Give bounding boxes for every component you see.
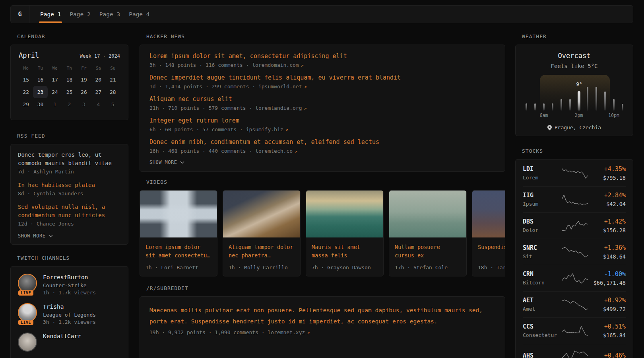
video-card-body: Lorem ipsum dolor sit amet consectetu…1h… xyxy=(140,237,217,276)
video-title-link[interactable]: Aliquam tempor dolor nec pharetra… xyxy=(229,243,295,260)
hackernews-item-link[interactable]: Donec enim nibh, condimentum et accumsan… xyxy=(149,138,495,146)
calendar-day: 28 xyxy=(106,86,120,98)
stock-ticker: LDI xyxy=(523,165,561,173)
external-link-icon: ↗ xyxy=(301,62,304,68)
weather-feels-like: Feels like 5°C xyxy=(516,63,633,69)
tab-page-3[interactable]: Page 3 xyxy=(99,6,120,23)
rss-item-link[interactable]: Donec tempor eros leo, ut commodo mauris… xyxy=(18,151,121,167)
rss-show-more-button[interactable]: SHOW MORE xyxy=(18,233,121,239)
video-card[interactable]: Mauris sit amet massa felis7h · Grayson … xyxy=(306,190,384,276)
subreddit-post-meta-text: 19h · 9,932 points · 1,090 comments · lo… xyxy=(149,329,305,335)
stocks-section-label: STOCKS xyxy=(522,148,633,154)
video-meta: 18h · Tara xyxy=(478,265,505,270)
stock-row[interactable]: IIGIpsum+2.84%$42.04 xyxy=(523,187,626,213)
subreddit-section-label: /R/SUBREDDIT xyxy=(146,285,505,291)
video-card[interactable]: Nullam posuere cursus ex17h · Stefan Col… xyxy=(389,190,467,276)
stock-name: Ipsum xyxy=(523,201,561,207)
video-title-link[interactable]: Lorem ipsum dolor sit amet consectetu… xyxy=(145,243,211,260)
weather-condition: Overcast xyxy=(516,51,633,60)
stock-price: $499.72 xyxy=(589,306,626,312)
hackernews-item: Donec imperdiet augue tincidunt felis al… xyxy=(149,74,495,90)
stock-id: CRNBitcorn xyxy=(523,270,561,286)
stock-values: -1.00%$66,171.48 xyxy=(589,270,626,286)
stock-row[interactable]: AHS+0.46% xyxy=(523,344,626,358)
twitch-section-label: TWITCH CHANNELS xyxy=(17,255,128,261)
stock-change-percent: -1.00% xyxy=(589,270,626,278)
subreddit-post-link[interactable]: Maecenas mollis pulvinar erat non posuer… xyxy=(149,305,495,327)
stock-row[interactable]: LDILorem+4.35%$795.18 xyxy=(523,160,626,187)
stock-row[interactable]: SNRCSit+1.36%$148.64 xyxy=(523,239,626,265)
tab-page-4[interactable]: Page 4 xyxy=(129,6,149,23)
video-thumbnail[interactable] xyxy=(389,191,466,237)
stock-ticker: IIG xyxy=(523,192,561,199)
weather-hour-label: 10pm xyxy=(608,113,619,118)
calendar-weekday: Tu xyxy=(33,65,47,72)
calendar-weekday: Th xyxy=(62,65,76,72)
video-card-body: Mauris sit amet massa felis7h · Grayson … xyxy=(306,237,383,276)
video-title-link[interactable]: Nullam posuere cursus ex xyxy=(395,243,461,260)
rss-item-link[interactable]: In hac habitasse platea xyxy=(18,181,121,189)
calendar-day: 4 xyxy=(91,98,105,111)
rss-item-link[interactable]: Sed volutpat nulla nisl, a condimentum n… xyxy=(18,203,121,220)
app-logo[interactable]: G xyxy=(11,6,29,23)
stock-sparkline xyxy=(561,298,589,311)
twitch-channel[interactable]: LIVETrishaLeague of Legends3h · 1.2k vie… xyxy=(18,303,121,325)
calendar-day: 29 xyxy=(19,98,33,111)
twitch-channel[interactable]: KendallCarr xyxy=(18,333,121,352)
tab-page-2[interactable]: Page 2 xyxy=(70,6,90,23)
video-thumbnail[interactable] xyxy=(306,191,383,237)
stock-row[interactable]: DBSDolor+1.42%$156.28 xyxy=(523,213,626,239)
video-card[interactable]: Lorem ipsum dolor sit amet consectetu…1h… xyxy=(140,190,217,276)
video-thumbnail[interactable] xyxy=(140,191,217,237)
hackernews-item-link[interactable]: Lorem ipsum dolor sit amet, consectetur … xyxy=(149,52,495,60)
rss-item-list: Donec tempor eros leo, ut commodo mauris… xyxy=(18,151,121,227)
current-temp-label: 9° xyxy=(576,81,582,87)
rss-item: Donec tempor eros leo, ut commodo mauris… xyxy=(18,151,121,175)
twitch-channel[interactable]: LIVEForrestBurtonCounter-Strike1h · 1.7k… xyxy=(18,274,121,296)
weather-hourly-chart: 9° xyxy=(516,75,633,111)
video-card[interactable]: Aliquam tempor dolor nec pharetra…1h · M… xyxy=(223,190,301,276)
hackernews-section-label: HACKER NEWS xyxy=(146,33,505,39)
calendar-weekday: Mo xyxy=(19,65,33,72)
stock-change-percent: +1.42% xyxy=(589,218,626,225)
stock-change-percent: +0.92% xyxy=(589,297,626,304)
video-title-link[interactable]: Suspendisse diam xyxy=(478,243,505,260)
left-column: CALENDAR April Week 17 · 2024 MoTuWeThFr… xyxy=(10,23,128,358)
stock-name: Consectetur xyxy=(523,332,561,339)
calendar-day: 18 xyxy=(62,74,76,86)
twitch-channel-name: Trisha xyxy=(43,303,96,311)
twitch-channel-name: KendallCarr xyxy=(43,333,81,340)
video-thumbnail[interactable] xyxy=(472,191,505,237)
stock-row[interactable]: CRNBitcorn-1.00%$66,171.48 xyxy=(523,265,626,292)
stock-row[interactable]: AETAmet+0.92%$499.72 xyxy=(523,292,626,318)
video-thumbnail[interactable] xyxy=(223,191,300,237)
hackernews-show-more-button[interactable]: SHOW MORE xyxy=(149,160,495,165)
hackernews-item-link[interactable]: Integer eget rutrum lorem xyxy=(149,117,495,125)
calendar-week-year: Week 17 · 2024 xyxy=(80,53,120,59)
hackernews-item-meta: 1d · 1,414 points · 299 comments · ipsum… xyxy=(149,84,495,90)
stock-id: LDILorem xyxy=(523,165,561,181)
stock-price: $42.04 xyxy=(589,201,626,207)
stock-values: +0.46% xyxy=(589,352,626,358)
rss-item-meta: 8d · Cynthia Saunders xyxy=(18,191,121,197)
video-title-link[interactable]: Mauris sit amet massa felis xyxy=(312,243,378,260)
stock-values: +0.92%$499.72 xyxy=(589,297,626,312)
stock-row[interactable]: CCSConsectetur+0.51%$165.84 xyxy=(523,318,626,344)
video-carousel: Lorem ipsum dolor sit amet consectetu…1h… xyxy=(140,190,505,276)
calendar-day: 5 xyxy=(106,98,120,111)
external-link-icon: ↗ xyxy=(307,330,310,335)
weather-hour-labels: 6am2pm10pm xyxy=(516,113,633,120)
hackernews-item-link[interactable]: Aliquam nec cursus elit xyxy=(149,95,495,103)
chevron-down-icon xyxy=(48,235,53,237)
hackernews-item-link[interactable]: Donec imperdiet augue tincidunt felis al… xyxy=(149,74,495,82)
hackernews-item-meta: 6h · 60 points · 57 comments · ipsumify.… xyxy=(149,126,495,132)
video-card[interactable]: Suspendisse diam18h · Tara xyxy=(472,190,505,276)
tab-page-1[interactable]: Page 1 xyxy=(40,6,61,23)
hackernews-item-meta-text: 1d · 1,414 points · 299 comments · ipsum… xyxy=(149,84,302,90)
hackernews-item-meta-text: 3h · 148 points · 116 comments · loremdo… xyxy=(149,62,299,68)
calendar-day: 15 xyxy=(19,74,33,86)
calendar-day-selected: 23 xyxy=(33,86,47,98)
calendar-day: 20 xyxy=(91,74,105,86)
hackernews-item-meta: 16h · 468 points · 440 comments · loremt… xyxy=(149,148,495,154)
stock-values: +1.42%$156.28 xyxy=(589,218,626,233)
